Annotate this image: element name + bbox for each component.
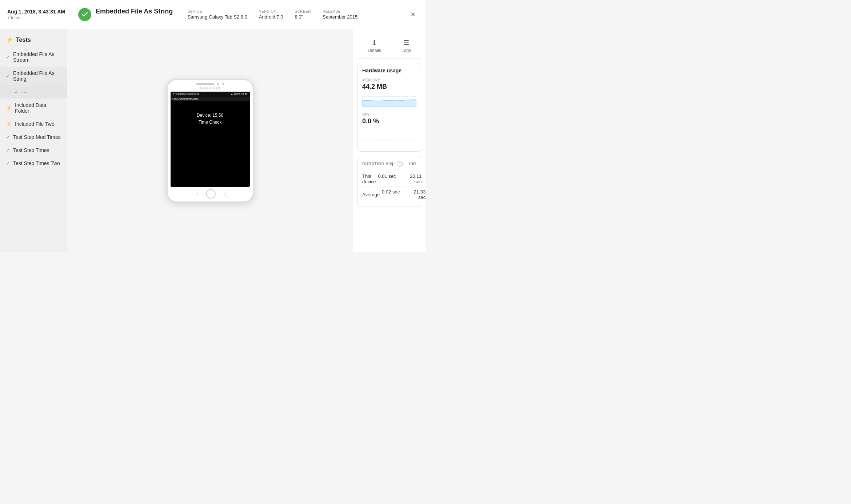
average-values: 0.02 sec 21.33 sec — [380, 189, 426, 200]
sidebar-section-label: Tests — [16, 37, 31, 43]
average-test: 21.33 sec — [405, 189, 426, 200]
meta-device-value: Samsung Galaxy Tab S2 8.0 — [187, 14, 247, 20]
logs-label: Logs — [401, 48, 411, 53]
phone-top-bar — [171, 83, 250, 85]
phone-status-right: ▲ 100% 15:50 — [231, 93, 247, 95]
meta-release-label: RELEASE — [323, 9, 357, 13]
sidebar-item-test-step-times[interactable]: ✓ Test Step Times — [0, 144, 67, 157]
this-device-test: 20.11 sec — [402, 173, 422, 184]
phone-line2: Time Check — [197, 119, 223, 126]
phone-sensor — [222, 83, 224, 85]
logs-icon: ☰ — [403, 39, 409, 47]
sidebar: ⚡ Tests ✓ Embedded File As Stream ✓ Embe… — [0, 29, 67, 252]
hardware-title: Hardware usage — [362, 68, 416, 73]
pass-icon: ✓ — [6, 147, 10, 153]
phone-app-label: XTCAndroidTimeCheck — [172, 97, 199, 100]
phone-line1: Device: 15:50 — [197, 112, 223, 119]
meta-screen: SCREEN 8.0" — [295, 9, 311, 20]
header-date: Aug 1, 2018, 8:43:31 AM — [7, 9, 75, 15]
sidebar-item-sub[interactable]: ✓ --- — [0, 85, 67, 99]
details-label: Details — [368, 48, 381, 53]
hardware-section: Hardware usage Memory 44.2 MB CPU 0.0 % — [357, 63, 421, 152]
phone-speaker — [196, 83, 214, 85]
duration-header: DURATION Step ? Test — [362, 161, 416, 167]
sidebar-item-label: Included File Two — [15, 121, 55, 127]
meta-version: VERSION Android 7.0 — [259, 9, 283, 20]
sidebar-item-label: Embedded File As String — [13, 70, 61, 82]
phone-camera — [217, 83, 219, 85]
meta-device-label: DEVICE — [187, 9, 247, 13]
this-device-values: 0.01 sec 20.11 sec — [376, 173, 422, 184]
tests-icon: ⚡ — [6, 36, 13, 43]
help-icon: ? — [397, 161, 403, 167]
phone-screen-text: Device: 15:50 Time Check — [197, 112, 223, 126]
meta-screen-value: 8.0" — [295, 14, 311, 20]
meta-version-label: VERSION — [259, 9, 283, 13]
this-device-label: This device — [362, 173, 376, 184]
meta-screen-label: SCREEN — [295, 9, 311, 13]
sidebar-item-test-step-mod-times[interactable]: ✓ Test Step Mod Times — [0, 131, 67, 144]
phone-app-name: XTCAndroidTimeCheck — [173, 93, 199, 95]
this-device-step: 0.01 sec — [376, 173, 396, 184]
header-test-info: Embedded File As String --- — [96, 8, 173, 21]
phone-screen: XTCAndroidTimeCheck ▲ 100% 15:50 XTCAndr… — [171, 92, 250, 187]
pass-icon: ✓ — [6, 54, 10, 60]
average-step: 0.02 sec — [380, 189, 400, 200]
test-pass-icon — [78, 8, 91, 21]
memory-chart — [362, 93, 416, 108]
phone-back-btn — [223, 191, 229, 197]
phone-home-btn — [206, 189, 216, 199]
duration-title: DURATION — [362, 161, 384, 166]
fail-icon: ⚡ — [6, 121, 12, 127]
tab-details[interactable]: ℹ Details — [360, 36, 388, 55]
sidebar-item-label: Included Data Folder — [15, 102, 61, 114]
sidebar-title: ⚡ Tests — [0, 36, 67, 48]
header-left: Aug 1, 2018, 8:43:31 AM 7 tests — [7, 9, 75, 20]
tab-logs[interactable]: ☰ Logs — [394, 36, 418, 55]
duration-cols: Step ? Test — [385, 161, 416, 167]
header: Aug 1, 2018, 8:43:31 AM 7 tests Embedded… — [0, 0, 426, 29]
header-test-name: Embedded File As String — [96, 8, 173, 15]
details-icon: ℹ — [373, 39, 376, 47]
duration-section: DURATION Step ? Test This device 0.01 se… — [357, 156, 421, 207]
sidebar-item-label: Test Step Times — [13, 147, 49, 153]
sidebar-item-embedded-stream[interactable]: ✓ Embedded File As Stream — [0, 48, 67, 67]
phone-mockup: SAMSUNG XTCAndroidTimeCheck ▲ 100% 15:50… — [167, 79, 254, 203]
sidebar-item-label: Test Step Mod Times — [13, 134, 61, 140]
fail-icon: ⚡ — [6, 105, 12, 111]
meta-version-value: Android 7.0 — [259, 14, 283, 20]
memory-label: Memory — [362, 78, 416, 82]
duration-row-this-device: This device 0.01 sec 20.11 sec — [362, 171, 416, 187]
sidebar-item-test-step-times-two[interactable]: ✓ Test Step Times Two — [0, 157, 67, 170]
memory-value: 44.2 MB — [362, 83, 416, 91]
phone-recent-btn — [192, 192, 197, 196]
sidebar-item-label: Test Step Times Two — [13, 160, 60, 166]
pass-icon: ✓ — [6, 160, 10, 166]
pass-icon: ✓ — [6, 134, 10, 140]
sidebar-item-included-data-folder[interactable]: ⚡ Included Data Folder — [0, 99, 67, 117]
phone-brand: SAMSUNG — [199, 87, 221, 90]
sidebar-item-embedded-string[interactable]: ✓ Embedded File As String — [0, 67, 67, 85]
center-content: SAMSUNG XTCAndroidTimeCheck ▲ 100% 15:50… — [67, 29, 353, 252]
meta-release: RELEASE September 2015 — [323, 9, 357, 20]
pass-icon: ✓ — [15, 89, 19, 95]
phone-bottom-buttons — [171, 189, 250, 199]
header-test-sub: --- — [96, 16, 173, 21]
duration-row-average: Average 0.02 sec 21.33 sec — [362, 187, 416, 202]
header-meta: DEVICE Samsung Galaxy Tab S2 8.0 VERSION… — [187, 9, 357, 20]
meta-release-value: September 2015 — [323, 14, 357, 20]
step-col-label: Step — [385, 161, 395, 166]
main-layout: ⚡ Tests ✓ Embedded File As Stream ✓ Embe… — [0, 29, 426, 252]
test-col-label: Test — [408, 161, 416, 166]
header-center: Embedded File As String --- DEVICE Samsu… — [75, 8, 408, 21]
right-panel: ℹ Details ☰ Logs Hardware usage Memory 4… — [353, 29, 426, 252]
close-button[interactable]: × — [408, 8, 418, 21]
pass-icon: ✓ — [6, 73, 10, 79]
sidebar-item-label: Embedded File As Stream — [13, 51, 61, 63]
meta-device: DEVICE Samsung Galaxy Tab S2 8.0 — [187, 9, 247, 20]
phone-screen-content: Device: 15:50 Time Check — [171, 101, 250, 186]
average-label: Average — [362, 192, 380, 197]
cpu-value: 0.0 % — [362, 117, 416, 125]
sidebar-item-included-file-two[interactable]: ⚡ Included File Two — [0, 117, 67, 131]
phone-app-bar: XTCAndroidTimeCheck — [171, 97, 250, 101]
